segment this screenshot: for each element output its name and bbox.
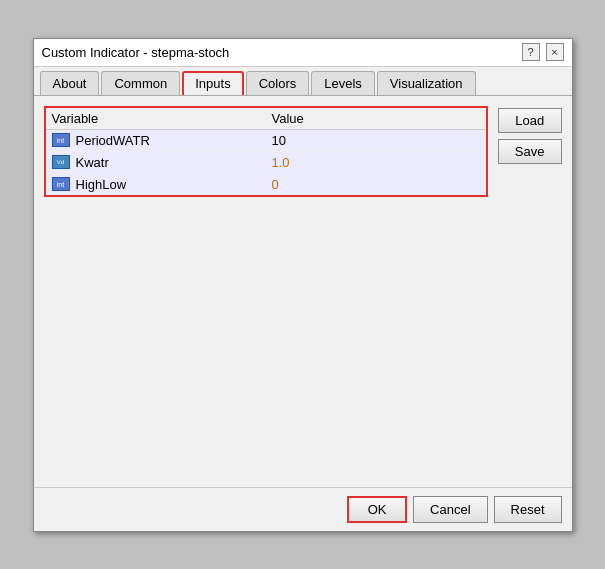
title-bar: Custom Indicator - stepma-stoch ? × [34,39,572,67]
main-window: Custom Indicator - stepma-stoch ? × Abou… [33,38,573,532]
bottom-bar: OK Cancel Reset [34,487,572,531]
side-buttons: Load Save [498,106,562,487]
row-name-2: Kwatr [76,155,272,170]
ok-button[interactable]: OK [347,496,407,523]
cancel-button[interactable]: Cancel [413,496,487,523]
row-name-1: PeriodWATR [76,133,272,148]
table-header: Variable Value [46,108,486,130]
tab-levels[interactable]: Levels [311,71,375,95]
close-button[interactable]: × [546,43,564,61]
tab-common[interactable]: Common [101,71,180,95]
save-button[interactable]: Save [498,139,562,164]
empty-space [44,207,488,487]
content-area: Variable Value int PeriodWATR 10 Vd Kwat… [34,96,572,487]
col-value-header: Value [272,111,480,126]
tab-inputs[interactable]: Inputs [182,71,243,95]
row-icon-3: int [52,177,70,191]
row-value-3: 0 [272,177,480,192]
window-title: Custom Indicator - stepma-stoch [42,45,230,60]
title-bar-buttons: ? × [522,43,564,61]
help-button[interactable]: ? [522,43,540,61]
row-value-1: 10 [272,133,480,148]
table-row[interactable]: int PeriodWATR 10 [46,130,486,152]
tab-about[interactable]: About [40,71,100,95]
inputs-table: Variable Value int PeriodWATR 10 Vd Kwat… [44,106,488,197]
row-icon-1: int [52,133,70,147]
table-row[interactable]: int HighLow 0 [46,174,486,195]
tab-visualization[interactable]: Visualization [377,71,476,95]
row-value-2: 1.0 [272,155,480,170]
col-variable-header: Variable [52,111,272,126]
tab-colors[interactable]: Colors [246,71,310,95]
row-icon-2: Vd [52,155,70,169]
tab-bar: About Common Inputs Colors Levels Visual… [34,67,572,96]
row-name-3: HighLow [76,177,272,192]
bottom-right-buttons: OK Cancel Reset [347,496,561,523]
load-button[interactable]: Load [498,108,562,133]
table-row[interactable]: Vd Kwatr 1.0 [46,152,486,174]
main-content: Variable Value int PeriodWATR 10 Vd Kwat… [44,106,488,487]
reset-button[interactable]: Reset [494,496,562,523]
